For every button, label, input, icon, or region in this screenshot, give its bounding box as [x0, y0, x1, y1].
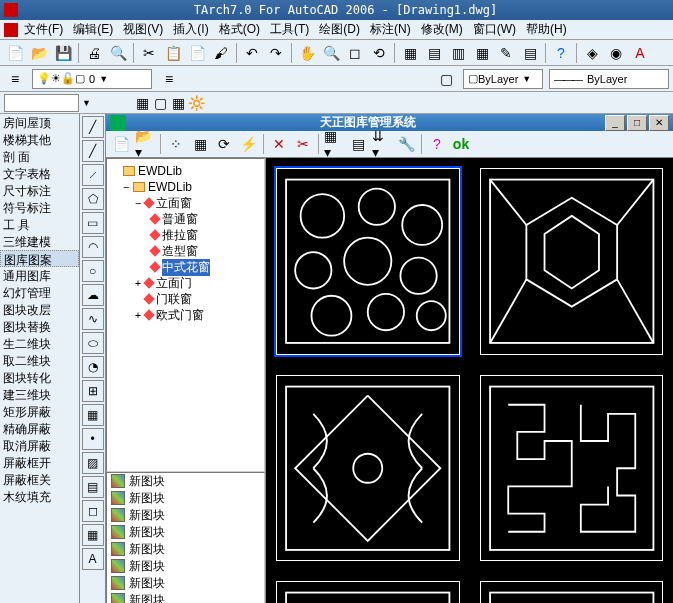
sidebar-item[interactable]: 符号标注: [0, 199, 79, 216]
copy-button[interactable]: 📋: [162, 42, 184, 64]
sidebar-item-library[interactable]: 图库图案: [0, 250, 79, 267]
print-button[interactable]: 🖨: [83, 42, 105, 64]
palette-pline-button[interactable]: ⟋: [82, 164, 104, 186]
sidebar-item[interactable]: 屏蔽框开: [0, 454, 79, 471]
palette-spline-button[interactable]: ∿: [82, 308, 104, 330]
palette-arc-button[interactable]: ◠: [82, 236, 104, 258]
tree-sibling[interactable]: 门联窗: [156, 291, 192, 308]
palette-line-button[interactable]: ╱: [82, 116, 104, 138]
preview-tile[interactable]: [276, 168, 460, 355]
menu-insert[interactable]: 插入(I): [173, 21, 208, 38]
sidebar-item[interactable]: 工 具: [0, 216, 79, 233]
palette-region-button[interactable]: ◻: [82, 500, 104, 522]
preview-tile[interactable]: [480, 168, 664, 355]
dlg-sort-button[interactable]: ⇊ ▾: [371, 133, 393, 155]
palette-hatch-button[interactable]: ▨: [82, 452, 104, 474]
palette-text-button[interactable]: A: [82, 548, 104, 570]
menu-edit[interactable]: 编辑(E): [73, 21, 113, 38]
cut-button[interactable]: ✂: [138, 42, 160, 64]
menu-window[interactable]: 窗口(W): [473, 21, 516, 38]
calc-button[interactable]: ▤: [519, 42, 541, 64]
tb3-btn3[interactable]: ▦: [170, 94, 188, 112]
close-button[interactable]: ✕: [649, 115, 669, 131]
match-button[interactable]: 🖌: [210, 42, 232, 64]
new-button[interactable]: 📄: [4, 42, 26, 64]
layer-dropdown[interactable]: 💡☀🔓▢ 0 ▼: [32, 69, 152, 89]
tb3-btn2[interactable]: ▢: [152, 94, 170, 112]
tree-item-selected[interactable]: 中式花窗: [162, 259, 210, 276]
dlg-flash-button[interactable]: ⚡: [237, 133, 259, 155]
sidebar-item[interactable]: 精确屏蔽: [0, 420, 79, 437]
dlg-cut-button[interactable]: ✂: [292, 133, 314, 155]
dcenter-button[interactable]: ▤: [423, 42, 445, 64]
sidebar-item[interactable]: 取消屏蔽: [0, 437, 79, 454]
minimize-button[interactable]: _: [605, 115, 625, 131]
list-item[interactable]: 新图块: [107, 575, 264, 592]
tree-item[interactable]: 造型窗: [162, 243, 198, 260]
palette-insert-button[interactable]: ⊞: [82, 380, 104, 402]
dlg-copy-button[interactable]: ▤: [347, 133, 369, 155]
sidebar-item[interactable]: 生二维块: [0, 335, 79, 352]
preview-tile[interactable]: [480, 375, 664, 562]
tb3-btn4[interactable]: 🔆: [188, 94, 206, 112]
list-item[interactable]: 新图块: [107, 490, 264, 507]
preview-button[interactable]: 🔍: [107, 42, 129, 64]
layer-prev-button[interactable]: ≡: [158, 68, 180, 90]
list-item[interactable]: 新图块: [107, 473, 264, 490]
menu-help[interactable]: 帮助(H): [526, 21, 567, 38]
sidebar-item[interactable]: 房间屋顶: [0, 114, 79, 131]
sidebar-item[interactable]: 图块替换: [0, 318, 79, 335]
palette-button[interactable]: ▥: [447, 42, 469, 64]
sidebar-item[interactable]: 建三维块: [0, 386, 79, 403]
dlg-grid-button[interactable]: ▦: [189, 133, 211, 155]
menu-file[interactable]: 文件(F): [24, 21, 63, 38]
dlg-dots-button[interactable]: ⁘: [165, 133, 187, 155]
sidebar-item[interactable]: 三维建模: [0, 233, 79, 250]
sidebar-item[interactable]: 矩形屏蔽: [0, 403, 79, 420]
menu-format[interactable]: 格式(O): [219, 21, 260, 38]
dlg-view-button[interactable]: ▦ ▾: [323, 133, 345, 155]
redo-button[interactable]: ↷: [265, 42, 287, 64]
color-button[interactable]: ▢: [435, 68, 457, 90]
menu-tools[interactable]: 工具(T): [270, 21, 309, 38]
preview-tile[interactable]: [480, 581, 664, 603]
menu-view[interactable]: 视图(V): [123, 21, 163, 38]
tree-sibling[interactable]: 欧式门窗: [156, 307, 204, 324]
sidebar-item[interactable]: 图块改层: [0, 301, 79, 318]
tree-lib[interactable]: EWDLib: [148, 180, 192, 194]
dlg-help-button[interactable]: ?: [426, 133, 448, 155]
dlg-delete-button[interactable]: ✕: [268, 133, 290, 155]
palette-point-button[interactable]: •: [82, 428, 104, 450]
sidebar-item[interactable]: 文字表格: [0, 165, 79, 182]
palette-rect-button[interactable]: ▭: [82, 212, 104, 234]
tb3-btn1[interactable]: ▦: [134, 94, 152, 112]
undo-button[interactable]: ↶: [241, 42, 263, 64]
sidebar-item[interactable]: 通用图库: [0, 267, 79, 284]
list-item[interactable]: 新图块: [107, 541, 264, 558]
tree-item[interactable]: 推拉窗: [162, 227, 198, 244]
palette-ellipse-button[interactable]: ⬭: [82, 332, 104, 354]
tree-category[interactable]: 立面窗: [156, 195, 192, 212]
sidebar-item[interactable]: 屏蔽框关: [0, 471, 79, 488]
dropdown-arrow-icon[interactable]: ▼: [82, 98, 91, 108]
sidebar-item[interactable]: 楼梯其他: [0, 131, 79, 148]
palette-block-button[interactable]: ▦: [82, 404, 104, 426]
sidebar-item[interactable]: 图块转化: [0, 369, 79, 386]
list-item[interactable]: 新图块: [107, 558, 264, 575]
palette-cloud-button[interactable]: ☁: [82, 284, 104, 306]
paste-button[interactable]: 📄: [186, 42, 208, 64]
t1-button[interactable]: ◈: [581, 42, 603, 64]
markup-button[interactable]: ✎: [495, 42, 517, 64]
bylayer-dropdown[interactable]: ▢ ByLayer ▼: [463, 69, 543, 89]
block-list[interactable]: 新图块 新图块 新图块 新图块 新图块 新图块 新图块 新图块 新图块 新图块 …: [106, 472, 265, 603]
tree-sibling[interactable]: 立面门: [156, 275, 192, 292]
dlg-tool-button[interactable]: 🔧: [395, 133, 417, 155]
save-button[interactable]: 💾: [52, 42, 74, 64]
pan-button[interactable]: ✋: [296, 42, 318, 64]
zoom-button[interactable]: 🔍: [320, 42, 342, 64]
list-item[interactable]: 新图块: [107, 592, 264, 603]
sidebar-item[interactable]: 取二维块: [0, 352, 79, 369]
preview-tile[interactable]: [276, 375, 460, 562]
sidebar-item[interactable]: 木纹填充: [0, 488, 79, 505]
menu-draw[interactable]: 绘图(D): [319, 21, 360, 38]
